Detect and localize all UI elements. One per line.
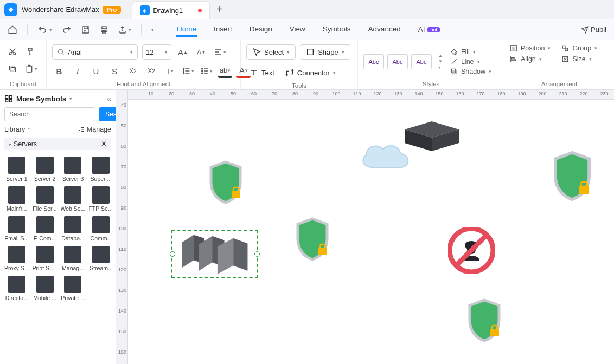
style-down-icon[interactable]: ▼	[438, 59, 443, 64]
home-icon[interactable]	[8, 25, 17, 35]
symbol-item[interactable]: Databa...	[61, 216, 86, 242]
menu-design[interactable]: Design	[248, 23, 273, 37]
style-preset-3[interactable]: Abc	[411, 54, 432, 69]
symbol-item[interactable]: Server 3	[61, 157, 86, 182]
server-icon	[36, 246, 54, 263]
paste-button[interactable]: ▾	[24, 62, 38, 76]
italic-button[interactable]: I	[71, 64, 85, 78]
svg-rect-27	[9, 99, 12, 102]
symbol-item[interactable]: FTP Ser...	[88, 186, 111, 212]
export-button[interactable]: ▾	[118, 25, 131, 34]
menu-view[interactable]: View	[289, 23, 306, 37]
symbol-item[interactable]: Proxy S...	[4, 246, 29, 271]
cut-button[interactable]	[5, 44, 20, 58]
shadow-button[interactable]: Shadow▾	[450, 68, 491, 75]
format-painter-button[interactable]	[24, 44, 38, 58]
shape-tool[interactable]: Shape ▾	[300, 44, 350, 60]
menu-symbols[interactable]: Symbols	[322, 23, 352, 37]
symbol-item[interactable]: Web Se...	[61, 186, 86, 212]
server-icon	[92, 246, 110, 263]
line-button[interactable]: Line▾	[450, 58, 491, 66]
canvas[interactable]	[128, 100, 614, 364]
line-spacing-button[interactable]: ▾	[181, 64, 195, 78]
shrink-font-button[interactable]: A▼	[194, 45, 208, 59]
menu-insert[interactable]: Insert	[213, 23, 233, 37]
svg-rect-7	[10, 66, 14, 70]
menu-ai[interactable]: AI hot	[417, 23, 442, 37]
align-button[interactable]: Align▾	[510, 55, 551, 63]
symbol-item[interactable]: Mainfr...	[4, 186, 29, 212]
symbol-item[interactable]: Server 2	[33, 157, 57, 182]
symbol-item[interactable]: Manag...	[61, 246, 86, 271]
canvas-no-hacker[interactable]	[448, 227, 495, 274]
highlight-button[interactable]: ab▾	[218, 64, 232, 78]
section-close-icon[interactable]: ✕	[101, 140, 107, 148]
sidebar-title[interactable]: More Symbols ▾	[4, 94, 72, 103]
size-button[interactable]: Size▾	[561, 55, 597, 63]
server-icon	[36, 276, 54, 293]
symbol-item[interactable]: E-Com...	[33, 216, 57, 242]
symbol-item[interactable]: Print Se...	[33, 246, 57, 271]
symbol-label: File Ser...	[33, 205, 56, 212]
copy-button[interactable]	[5, 62, 20, 76]
superscript-button[interactable]: X2	[126, 64, 140, 78]
symbol-item[interactable]: File Ser...	[33, 186, 57, 212]
print-button[interactable]	[100, 25, 108, 34]
align-menu-button[interactable]: ▾	[213, 45, 227, 59]
case-button[interactable]: T▾	[163, 64, 177, 78]
undo-button[interactable]: ▾	[37, 25, 52, 35]
canvas-shield-1[interactable]	[207, 159, 245, 205]
font-size-select[interactable]: 12 ▾	[142, 44, 171, 60]
canvas-shield-3[interactable]	[550, 150, 594, 203]
select-tool[interactable]: Select ▾	[246, 44, 296, 60]
group-button[interactable]: Group▾	[561, 44, 597, 52]
symbol-search-input[interactable]	[4, 107, 95, 121]
grow-font-button[interactable]: A▲	[176, 45, 190, 59]
server-icon	[8, 186, 25, 204]
manage-button[interactable]: Manage	[78, 126, 111, 133]
subscript-button[interactable]: X2	[144, 64, 158, 78]
connector-tool[interactable]: Connector ▾	[282, 65, 339, 80]
bold-button[interactable]: B	[52, 64, 66, 78]
symbol-item[interactable]: Comm...	[88, 216, 111, 242]
font-family-select[interactable]: Arial ▾	[52, 44, 138, 60]
library-toggle[interactable]: Library ⌃	[4, 126, 31, 133]
position-button[interactable]: Position▾	[510, 44, 551, 52]
style-preset-1[interactable]: Abc	[363, 54, 384, 69]
svg-rect-6	[11, 67, 15, 72]
style-expand-icon[interactable]: ▾	[438, 65, 443, 70]
symbol-item[interactable]: Email S...	[4, 216, 29, 242]
canvas-server-rack-selected[interactable]	[171, 230, 258, 278]
menu-home[interactable]: Home	[176, 23, 197, 37]
menu-advanced[interactable]: Advanced	[367, 23, 402, 37]
main-menu: Home Insert Design View Symbols Advanced…	[176, 23, 442, 37]
section-servers[interactable]: ▾Servers ✕	[4, 138, 111, 150]
canvas-shield-4[interactable]	[465, 297, 503, 343]
redo-button[interactable]	[62, 25, 72, 35]
new-tab-button[interactable]: +	[216, 3, 223, 16]
style-up-icon[interactable]: ▲	[438, 53, 443, 58]
symbol-item[interactable]: Private ...	[61, 276, 86, 301]
bullets-button[interactable]: ▾	[200, 64, 214, 78]
collapse-sidebar-icon[interactable]: «	[107, 94, 111, 103]
symbol-label: Comm...	[91, 235, 111, 242]
server-icon	[64, 186, 81, 204]
symbol-item[interactable]: Server 1	[4, 157, 29, 182]
symbol-item[interactable]: Directo...	[4, 276, 29, 301]
symbol-item[interactable]: Mobile ...	[33, 276, 57, 301]
text-tool[interactable]: Text	[246, 65, 278, 80]
symbol-item[interactable]: Super ...	[88, 157, 111, 182]
canvas-server-box[interactable]	[399, 116, 464, 148]
canvas-shield-2[interactable]	[293, 216, 331, 262]
style-presets[interactable]: Abc Abc Abc ▲ ▼ ▾	[363, 53, 443, 70]
publish-button[interactable]: Publi	[581, 25, 606, 34]
symbol-item[interactable]: Stream...	[88, 246, 111, 271]
save-button[interactable]	[81, 25, 90, 34]
strikethrough-button[interactable]: S	[107, 64, 121, 78]
svg-point-10	[58, 49, 62, 54]
fill-button[interactable]: Fill▾	[450, 48, 491, 56]
document-tab[interactable]: ◈ Drawing1	[132, 1, 210, 20]
style-preset-2[interactable]: Abc	[387, 54, 408, 69]
qat-expand-button[interactable]: ▾	[151, 27, 154, 32]
underline-button[interactable]: U	[89, 64, 103, 78]
